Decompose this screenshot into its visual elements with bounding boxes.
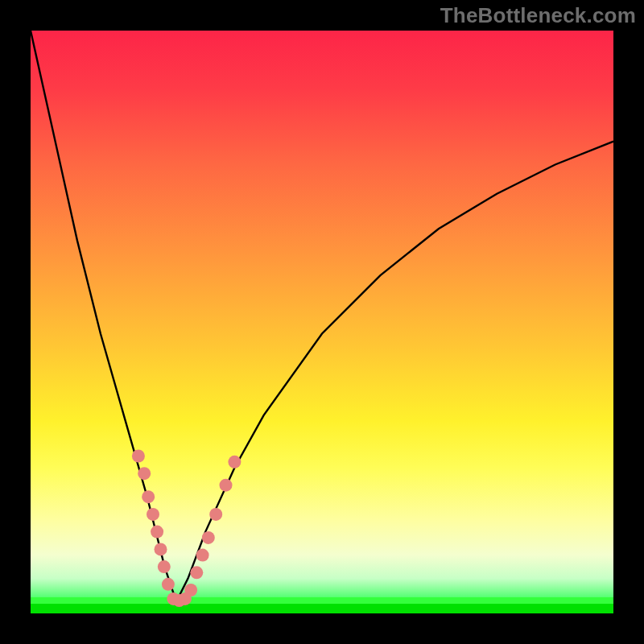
- highlight-dot: [132, 450, 145, 463]
- highlight-dot: [209, 508, 222, 521]
- highlight-dot: [162, 578, 175, 591]
- watermark-text: TheBottleneck.com: [440, 3, 636, 28]
- plot-area: [31, 31, 613, 613]
- highlight-dot: [155, 543, 167, 555]
- highlight-dot: [228, 456, 241, 469]
- bottleneck-curve: [31, 31, 613, 602]
- highlight-dot: [138, 467, 151, 480]
- highlight-dot: [196, 549, 209, 562]
- highlight-dot: [190, 566, 203, 579]
- highlight-dot: [158, 560, 171, 573]
- highlight-dot: [142, 490, 155, 503]
- highlight-dot: [147, 508, 159, 521]
- highlight-dot: [220, 479, 233, 492]
- highlight-dot: [151, 526, 163, 539]
- curve-layer: [31, 31, 613, 613]
- chart-frame: TheBottleneck.com: [0, 0, 644, 644]
- highlight-dot: [202, 531, 215, 544]
- highlight-dot: [184, 584, 197, 597]
